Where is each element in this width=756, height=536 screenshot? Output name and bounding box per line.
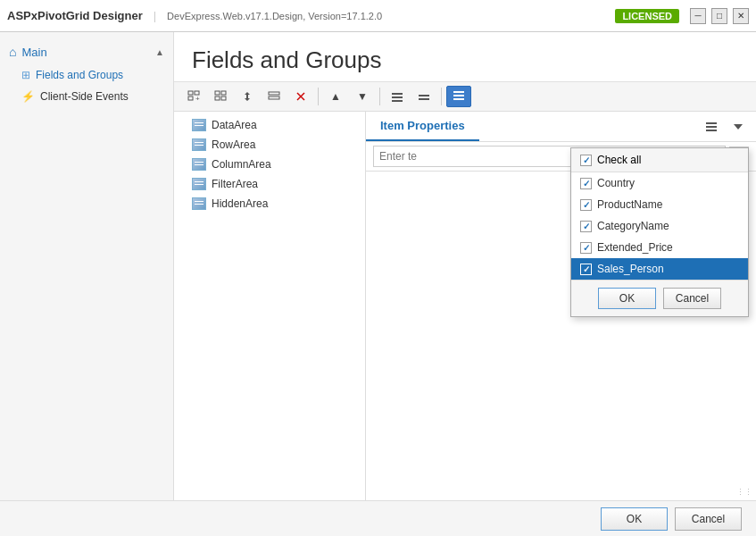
up-button[interactable]: ▲ [323,86,348,107]
dropdown-item-salesperson[interactable]: ✓ Sales_Person [571,258,748,280]
svg-rect-5 [221,91,226,95]
svg-rect-15 [419,95,429,96]
title-bar: ASPxPivotGrid Designer | DevExpress.Web.… [0,0,756,32]
tree-item-hiddenarea[interactable]: HiddenArea [174,194,365,214]
add-group-button[interactable] [208,86,233,107]
collapse-arrow-icon: ▲ [155,47,164,57]
app-title: ASPxPivotGrid Designer [7,9,143,22]
content-area: Fields and Groups + [174,32,756,500]
minimize-button[interactable]: ─ [690,8,706,24]
tab-item-properties[interactable]: Item Properties [366,112,479,141]
dropdown-item-extendedprice[interactable]: Extended_Price [571,237,748,258]
tree-icon-columnarea [192,158,206,171]
app-body: ⌂ Main ▲ ⊞ Fields and Groups ⚡ Client-Si… [0,32,756,500]
collapse-button[interactable] [411,86,436,107]
tree-icon-rowarea [192,138,206,151]
right-panel: Item Properties [366,112,756,500]
columns-icon [453,90,465,103]
home-icon: ⌂ [9,45,16,59]
dropdown-footer: OK Cancel [571,280,748,316]
add-fields-button[interactable]: + [181,86,206,107]
maximize-button[interactable]: □ [711,8,727,24]
expand-button[interactable] [385,86,410,107]
check-all-row[interactable]: Check all [571,148,748,172]
svg-rect-2 [188,96,193,100]
tree-icon-dataarea [192,119,206,131]
move-icon [241,90,253,103]
right-toolbar-list-btn[interactable] [699,116,724,138]
close-button[interactable]: ✕ [733,8,749,24]
expand-icon [391,90,403,103]
version-label: DevExpress.Web.v17.1.Design, Version=17.… [167,11,615,21]
toolbar-sep-1 [318,88,319,105]
svg-rect-8 [269,92,279,95]
grid-icon: ⊞ [21,69,30,81]
title-sep: | [154,9,156,22]
sidebar-fields-label: Fields and Groups [36,69,123,81]
label-country: Country [597,177,635,189]
sidebar-main-section[interactable]: ⌂ Main ▲ [0,39,173,64]
dropdown-ok-button[interactable]: OK [598,288,656,309]
svg-rect-22 [706,130,717,131]
columns-button[interactable] [446,86,471,107]
label-categoryname: CategoryName [597,220,669,232]
svg-rect-19 [453,98,464,100]
sidebar-item-fields-and-groups[interactable]: ⊞ Fields and Groups [0,64,173,86]
tree-panel: DataArea RowArea ColumnArea FilterArea H… [174,112,366,500]
delete-button[interactable] [288,86,313,107]
checkbox-extendedprice[interactable] [580,242,592,254]
window-controls: ─ □ ✕ [690,8,749,24]
move-button[interactable] [235,86,260,107]
tree-item-filterarea[interactable]: FilterArea [174,174,365,194]
organize-button[interactable] [262,86,287,107]
page-title: Fields and Groups [192,46,738,74]
right-toolbar-sort-btn[interactable] [726,116,751,138]
tree-item-rowarea[interactable]: RowArea [174,135,365,155]
check-all-checkbox[interactable] [580,155,592,166]
right-panel-header: Item Properties [366,112,756,142]
svg-rect-21 [706,126,717,128]
svg-rect-9 [269,96,279,99]
resize-handle[interactable]: ⋮⋮ [736,489,752,497]
cancel-button[interactable]: Cancel [675,507,742,531]
label-productname: ProductName [597,198,662,211]
svg-rect-20 [706,122,717,124]
down-button[interactable]: ▼ [350,86,375,107]
svg-rect-4 [215,91,220,95]
tree-label-columnarea: ColumnArea [212,158,271,171]
toolbar-sep-2 [379,88,380,105]
checkbox-country[interactable] [580,178,592,189]
dropdown-cancel-button[interactable]: Cancel [663,288,721,309]
tree-item-dataarea[interactable]: DataArea [174,115,365,135]
dropdown-item-country[interactable]: Country [571,172,748,194]
main-toolbar: + [174,82,756,112]
checkbox-productname[interactable] [580,199,592,211]
svg-rect-0 [188,91,193,95]
svg-rect-18 [453,95,464,96]
add-group-icon [214,90,227,103]
tree-icon-filterarea [192,178,206,190]
add-fields-icon: + [187,90,200,103]
tree-item-columnarea[interactable]: ColumnArea [174,155,365,174]
dropdown-item-productname[interactable]: ProductName [571,194,748,215]
tree-label-rowarea: RowArea [212,138,255,151]
svg-rect-17 [453,91,464,93]
sidebar: ⌂ Main ▲ ⊞ Fields and Groups ⚡ Client-Si… [0,32,174,500]
svg-rect-12 [392,93,403,95]
ok-button[interactable]: OK [601,507,668,531]
dropdown-item-categoryname[interactable]: CategoryName [571,215,748,237]
checkbox-categoryname[interactable] [580,221,592,232]
organize-icon [268,90,280,103]
collapse-icon [418,90,430,103]
check-all-label: Check all [597,154,641,166]
sidebar-item-client-side-events[interactable]: ⚡ Client-Side Events [0,86,173,107]
svg-rect-14 [392,100,403,102]
checkbox-salesperson[interactable]: ✓ [580,264,592,275]
tree-label-filterarea: FilterArea [212,178,258,190]
columns-dropdown: Check all Country ProductName CategoryNa… [570,147,749,317]
toolbar-sep-3 [441,88,442,105]
svg-rect-6 [215,96,220,100]
lightning-icon: ⚡ [21,90,35,103]
sidebar-main-label: Main [21,46,46,59]
label-salesperson: Sales_Person [597,263,664,275]
